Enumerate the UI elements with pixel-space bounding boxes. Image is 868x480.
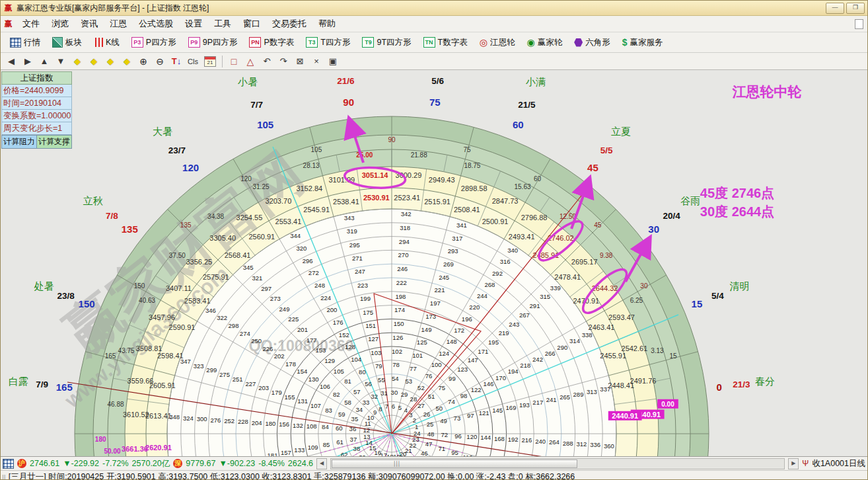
move-right-icon[interactable]: ◆ bbox=[89, 56, 99, 66]
calc-resistance-button[interactable]: 计算阻力 bbox=[1, 135, 37, 149]
svg-text:46.88: 46.88 bbox=[107, 401, 124, 408]
toolbar-button-T数字表[interactable]: TNT数字表 bbox=[418, 34, 473, 51]
toolbar-button-9T四方形[interactable]: T99T四方形 bbox=[357, 34, 416, 51]
parameter-row: 时间=20190104 bbox=[1, 97, 72, 110]
toolbar-button-T四方形[interactable]: T3T四方形 bbox=[301, 34, 355, 51]
svg-text:317: 317 bbox=[452, 235, 462, 242]
fit-icon[interactable]: ⊠ bbox=[295, 56, 305, 66]
svg-text:2598.41: 2598.41 bbox=[157, 352, 184, 360]
move-down-icon[interactable]: ◆ bbox=[122, 56, 132, 66]
board-icon[interactable]: ▣ bbox=[328, 56, 338, 66]
scroll-right-arrow[interactable]: ▶ bbox=[788, 458, 799, 469]
horizontal-scrollbar[interactable]: ||| bbox=[330, 458, 785, 469]
t3-icon: T3 bbox=[306, 37, 318, 48]
svg-text:152: 152 bbox=[339, 331, 349, 339]
svg-text:315: 315 bbox=[540, 293, 550, 300]
svg-text:107: 107 bbox=[310, 402, 321, 409]
scrollbar-thumb[interactable] bbox=[332, 460, 577, 468]
svg-text:2523.41: 2523.41 bbox=[394, 194, 420, 202]
gann-wheel[interactable]: 赢家财富网www.yingjia360.comQQ:10080036012345… bbox=[1, 70, 867, 456]
scrollbar-grip: ||| bbox=[394, 460, 400, 467]
svg-text:2949.43: 2949.43 bbox=[429, 176, 455, 184]
menu-item-公式选股[interactable]: 公式选股 bbox=[133, 17, 179, 30]
menu-item-江恩[interactable]: 江恩 bbox=[104, 17, 133, 30]
svg-text:314: 314 bbox=[569, 337, 580, 344]
rect-tool-icon[interactable]: □ bbox=[229, 56, 239, 67]
svg-text:100: 100 bbox=[431, 361, 442, 368]
toolbar-label: 赢家服务 bbox=[630, 37, 663, 48]
toolbar-button-9P四方形[interactable]: P99P四方形 bbox=[183, 34, 243, 51]
svg-text:30: 30 bbox=[648, 223, 659, 235]
move-left-icon[interactable]: ◆ bbox=[72, 56, 83, 66]
collapse-icon[interactable]: × bbox=[311, 56, 322, 66]
menu-item-帮助[interactable]: 帮助 bbox=[312, 17, 342, 30]
pointer-up-icon[interactable]: ▲ bbox=[39, 56, 50, 66]
menu-item-设置[interactable]: 设置 bbox=[179, 17, 208, 30]
minimize-button[interactable]: — bbox=[826, 3, 844, 14]
nav-forward-icon[interactable]: ▶ bbox=[22, 56, 33, 66]
svg-text:75: 75 bbox=[439, 384, 446, 391]
triangle-tool-icon[interactable]: △ bbox=[245, 56, 256, 67]
svg-text:3661.36: 3661.36 bbox=[122, 445, 148, 453]
svg-text:15: 15 bbox=[692, 298, 703, 309]
svg-text:2500.91: 2500.91 bbox=[482, 218, 509, 225]
toolbar-button-P数字表[interactable]: PNP数字表 bbox=[244, 34, 299, 51]
menu-item-资讯[interactable]: 资讯 bbox=[75, 17, 104, 30]
rotate-ccw-icon[interactable]: ↶ bbox=[262, 56, 272, 66]
svg-text:201: 201 bbox=[297, 326, 308, 333]
toolbar-button-P四方形[interactable]: P3P四方形 bbox=[126, 34, 182, 51]
svg-text:120: 120 bbox=[466, 433, 477, 440]
rotate-cw-icon[interactable]: ↷ bbox=[278, 56, 289, 66]
menu-item-浏览[interactable]: 浏览 bbox=[46, 17, 75, 30]
svg-text:289: 289 bbox=[573, 391, 584, 398]
svg-text:7/9: 7/9 bbox=[36, 380, 48, 389]
svg-text:247: 247 bbox=[355, 268, 365, 275]
scroll-left-arrow[interactable]: ◀ bbox=[316, 458, 327, 469]
menu-item-窗口[interactable]: 窗口 bbox=[237, 17, 266, 30]
svg-text:2575.91: 2575.91 bbox=[203, 273, 229, 281]
menu-item-文件[interactable]: 文件 bbox=[17, 17, 46, 30]
svg-text:216: 216 bbox=[521, 436, 532, 444]
toolbar-button-六角形[interactable]: 六角形 bbox=[569, 34, 616, 51]
svg-text:52: 52 bbox=[417, 384, 425, 391]
svg-text:江恩轮中轮: 江恩轮中轮 bbox=[732, 84, 803, 99]
svg-text:105: 105 bbox=[334, 368, 344, 375]
cls-button[interactable]: Cls bbox=[188, 58, 198, 65]
svg-text:225: 225 bbox=[288, 315, 299, 323]
svg-text:168: 168 bbox=[494, 435, 505, 442]
zoom-out-icon[interactable]: ⊖ bbox=[155, 56, 165, 67]
toolbar-button-行情[interactable]: 行情 bbox=[5, 34, 46, 51]
svg-text:319: 319 bbox=[347, 227, 357, 235]
zoom-in-icon[interactable]: ⊕ bbox=[138, 56, 149, 67]
toolbar-label: 江恩轮 bbox=[490, 37, 515, 48]
t-down-icon[interactable]: T↓ bbox=[171, 56, 182, 66]
svg-text:5/5: 5/5 bbox=[600, 145, 613, 155]
svg-text:132: 132 bbox=[293, 422, 303, 429]
svg-text:126: 126 bbox=[392, 334, 403, 341]
svg-text:3051.14: 3051.14 bbox=[362, 171, 389, 179]
toolbar-button-K线[interactable]: K线 bbox=[89, 34, 125, 51]
toolbar-button-赢家轮[interactable]: ◉赢家轮 bbox=[521, 34, 567, 51]
svg-text:23/7: 23/7 bbox=[168, 145, 186, 155]
calendar-icon[interactable]: 21 bbox=[204, 56, 216, 67]
svg-text:150: 150 bbox=[79, 298, 95, 309]
restore-button[interactable]: ❐ bbox=[846, 3, 865, 14]
toolbar-button-赢家服务[interactable]: $赢家服务 bbox=[617, 34, 669, 51]
symbol-title: 上证指数 bbox=[1, 71, 72, 85]
svg-text:54: 54 bbox=[392, 375, 399, 382]
svg-text:2593.47: 2593.47 bbox=[608, 313, 635, 321]
svg-text:223: 223 bbox=[357, 282, 368, 289]
calc-support-button[interactable]: 计算支撑 bbox=[37, 135, 72, 149]
svg-text:341: 341 bbox=[456, 221, 467, 229]
toolbar-button-江恩轮[interactable]: ◎江恩轮 bbox=[474, 34, 521, 51]
nav-back-icon[interactable]: ◀ bbox=[6, 56, 17, 66]
svg-text:5/6: 5/6 bbox=[431, 76, 444, 86]
pointer-down-icon[interactable]: ▼ bbox=[55, 56, 66, 66]
svg-text:47: 47 bbox=[425, 440, 433, 448]
move-up-icon[interactable]: ◆ bbox=[105, 56, 116, 66]
svg-text:121: 121 bbox=[479, 409, 489, 417]
svg-text:292: 292 bbox=[492, 270, 503, 277]
menu-item-工具[interactable]: 工具 bbox=[208, 17, 237, 30]
toolbar-button-板块[interactable]: 板块 bbox=[47, 34, 87, 51]
menu-item-交易委托[interactable]: 交易委托 bbox=[266, 17, 312, 30]
